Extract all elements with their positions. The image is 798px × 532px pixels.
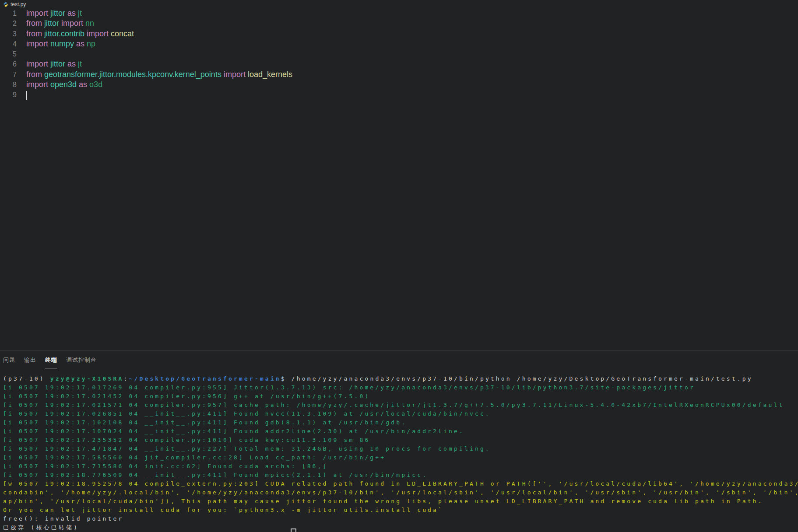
code-line[interactable]: 4import numpy as np <box>0 39 798 49</box>
terminal-line: condabin', '/home/yzy/.local/bin', '/hom… <box>3 488 798 497</box>
tab-output[interactable]: 输出 <box>24 356 36 368</box>
line-number: 8 <box>0 80 17 90</box>
code-line[interactable]: 8import open3d as o3d <box>0 80 798 90</box>
line-number: 2 <box>0 18 17 28</box>
code-line[interactable]: 6import jittor as jt <box>0 59 798 69</box>
terminal-line: ap/bin', '/usr/local/cuda/bin']), This p… <box>3 497 798 506</box>
terminal-line: free(): invalid pointer <box>3 514 798 523</box>
line-number: 3 <box>0 29 17 39</box>
editor-tab-filename: test.py <box>11 1 26 7</box>
line-number: 6 <box>0 59 17 69</box>
terminal-line: (p37-10) yzy@yzy-X10SRA:~/Desktop/GeoTra… <box>3 374 798 383</box>
terminal-line: [i 0507 19:02:17.021571 04 compiler.py:9… <box>3 401 798 410</box>
terminal-line: [w 0507 19:02:18.952578 04 compile_exter… <box>3 480 798 488</box>
code-text: from jittor import nn <box>26 18 94 28</box>
line-number: 5 <box>0 49 17 59</box>
tab-problems[interactable]: 问题 <box>3 356 15 368</box>
terminal-output[interactable]: (p37-10) yzy@yzy-X10SRA:~/Desktop/GeoTra… <box>0 370 798 532</box>
editor-tab-bar: test.py <box>0 0 798 8</box>
code-text: from jittor.contrib import concat <box>26 29 134 39</box>
panel-tab-bar: 问题 输出 终端 调试控制台 <box>0 350 798 368</box>
code-line[interactable]: 3from jittor.contrib import concat <box>0 29 798 39</box>
code-line[interactable]: 7from geotransformer.jittor.modules.kpco… <box>0 70 798 80</box>
code-line[interactable]: 2from jittor import nn <box>0 18 798 28</box>
line-number: 9 <box>0 90 17 100</box>
terminal-line: [i 0507 19:02:17.235352 04 compiler.py:1… <box>3 436 798 444</box>
code-text: import numpy as np <box>26 39 95 49</box>
code-text: import jittor as jt <box>26 59 82 69</box>
code-text: from geotransformer.jittor.modules.kpcon… <box>26 70 292 80</box>
tab-terminal[interactable]: 终端 <box>45 356 57 368</box>
terminal-line: [i 0507 19:02:17.102108 04 __init__.py:4… <box>3 418 798 427</box>
terminal-line: [i 0507 19:02:17.471847 04 __init__.py:2… <box>3 444 798 453</box>
code-text: import jittor as jt <box>26 8 82 18</box>
terminal-line: Or you can let jittor install cuda for y… <box>3 506 798 514</box>
terminal-line: [i 0507 19:02:17.107024 04 __init__.py:4… <box>3 427 798 436</box>
editor-cursor <box>26 91 27 100</box>
terminal-line: [i 0507 19:02:17.021452 04 compiler.py:9… <box>3 392 798 401</box>
code-line[interactable]: 5 <box>0 49 798 59</box>
tab-debug-console[interactable]: 调试控制台 <box>66 356 97 368</box>
code-line[interactable]: 9 <box>0 90 798 100</box>
editor-tab-test-py[interactable]: test.py <box>3 1 26 7</box>
vscode-window: { "tab": { "filename": "test.py", "icon"… <box>0 0 798 532</box>
line-number: 7 <box>0 70 17 80</box>
terminal-cursor <box>291 528 296 532</box>
code-text: import open3d as o3d <box>26 80 102 90</box>
line-number: 4 <box>0 39 17 49</box>
panel-resize-handle[interactable] <box>0 350 798 351</box>
terminal-line: [i 0507 19:02:17.585560 04 jit_compiler.… <box>3 453 798 462</box>
code-text <box>26 90 27 100</box>
terminal-line: [i 0507 19:02:17.715586 04 init.cc:62] F… <box>3 462 798 471</box>
terminal-line: [i 0507 19:02:17.026851 04 __init__.py:4… <box>3 410 798 418</box>
code-line[interactable]: 1import jittor as jt <box>0 8 798 18</box>
python-icon <box>3 2 8 7</box>
line-number: 1 <box>0 8 17 18</box>
terminal-line: [i 0507 19:02:18.776509 04 __init__.py:4… <box>3 471 798 480</box>
terminal-line: 已放弃 (核心已转储) <box>3 523 798 532</box>
code-editor[interactable]: 1import jittor as jt2from jittor import … <box>0 8 798 350</box>
terminal-line: [i 0507 19:02:17.017269 04 compiler.py:9… <box>3 383 798 392</box>
